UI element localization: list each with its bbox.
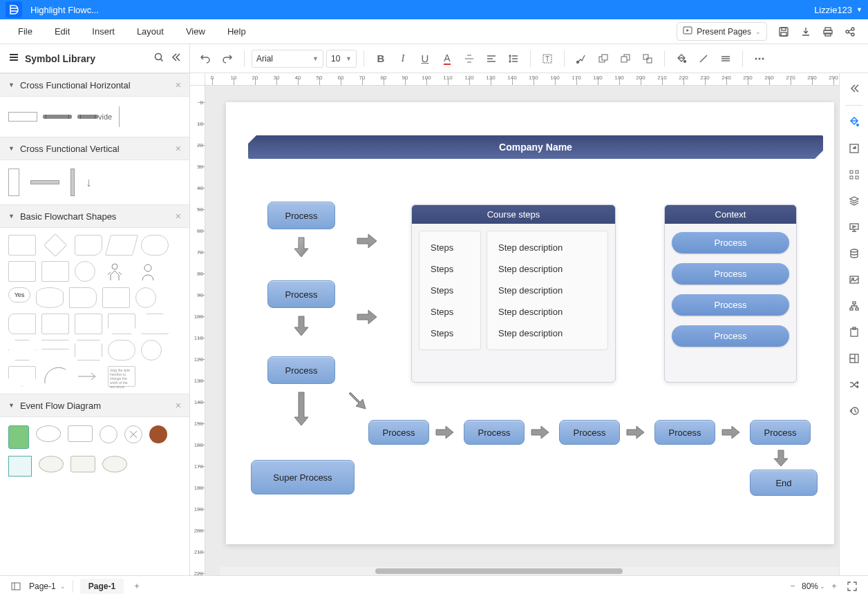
shape-thumb[interactable] — [8, 235, 36, 256]
shape-thumb[interactable] — [41, 340, 69, 349]
save-button[interactable] — [774, 22, 793, 41]
shuffle-button[interactable] — [843, 374, 865, 396]
canvas[interactable]: Company Name Process Process Process Sup… — [205, 86, 839, 575]
user-menu-caret[interactable]: ▼ — [856, 6, 862, 13]
presentation-button[interactable] — [843, 216, 865, 238]
context-item[interactable]: Process — [672, 294, 789, 316]
shape-thumb[interactable] — [41, 314, 69, 334]
shape-thumb[interactable] — [69, 287, 97, 308]
shape-thumb[interactable] — [70, 456, 95, 472]
menu-insert[interactable]: Insert — [81, 26, 126, 37]
shape-arrow-icon[interactable] — [75, 366, 102, 387]
shape-thumb[interactable] — [36, 425, 61, 442]
menu-file[interactable]: File — [7, 26, 44, 37]
more-button[interactable] — [750, 49, 769, 68]
process-node[interactable]: Process — [267, 280, 335, 308]
shape-thumb[interactable] — [8, 425, 29, 449]
page-tab[interactable]: Page-1 — [80, 579, 124, 594]
shape-thumb[interactable]: ↓ — [86, 175, 92, 190]
bring-front-button[interactable] — [594, 49, 613, 68]
zoom-in-button[interactable]: ＋ — [825, 577, 843, 595]
image-button[interactable] — [843, 269, 865, 291]
redo-button[interactable] — [218, 49, 237, 68]
shape-thumb[interactable] — [8, 340, 36, 361]
line-spacing-button[interactable] — [504, 49, 523, 68]
shape-arc-icon[interactable] — [41, 366, 69, 387]
shape-thumb[interactable] — [44, 233, 67, 257]
process-node[interactable]: Process — [750, 420, 811, 445]
page-select[interactable]: Page-1 — [29, 581, 56, 591]
library-search-button[interactable] — [153, 52, 164, 65]
shape-thumb[interactable] — [108, 314, 135, 334]
shape-thumb[interactable] — [75, 340, 102, 361]
shape-thumb[interactable] — [41, 261, 69, 282]
data-button[interactable] — [843, 242, 865, 265]
end-node[interactable]: End — [750, 470, 818, 496]
user-name[interactable]: Lizzie123 — [814, 5, 852, 15]
group-button[interactable] — [638, 49, 657, 68]
library-collapse-button[interactable] — [170, 52, 181, 65]
line-style-button[interactable] — [716, 49, 735, 68]
shape-thumb[interactable]: vide — [77, 113, 112, 121]
section-cross-functional-vertical[interactable]: ▼ Cross Functional Vertical × — [0, 137, 189, 160]
shape-thumb[interactable] — [119, 106, 120, 127]
shape-thumb[interactable] — [75, 261, 95, 282]
undo-button[interactable] — [196, 49, 215, 68]
shape-annotation[interactable]: drag the side handles to change the widt… — [108, 366, 135, 387]
process-node[interactable]: Process — [368, 420, 429, 445]
process-node[interactable]: Process — [559, 420, 620, 445]
italic-button[interactable]: I — [393, 49, 413, 68]
shape-thumb[interactable] — [8, 261, 36, 282]
company-banner[interactable]: Company Name — [248, 135, 823, 159]
shape-thumb[interactable] — [141, 235, 169, 256]
underline-button[interactable]: U — [415, 49, 435, 68]
page-layout-button[interactable] — [7, 577, 25, 595]
layers-button[interactable] — [843, 190, 865, 212]
context-item[interactable]: Process — [672, 263, 789, 285]
shape-thumb[interactable] — [36, 287, 64, 308]
shape-thumb[interactable] — [105, 235, 138, 256]
section-event-flow-diagram[interactable]: ▼ Event Flow Diagram × — [0, 394, 189, 417]
shape-person-icon[interactable] — [101, 261, 129, 282]
share-button[interactable] — [840, 22, 860, 41]
shape-thumb[interactable] — [135, 287, 156, 308]
page-list-button[interactable] — [843, 347, 865, 369]
present-pages-button[interactable]: Present Pages ⌄ — [677, 22, 767, 41]
process-node[interactable]: Process — [267, 202, 335, 229]
shape-thumb[interactable] — [30, 180, 59, 184]
vertical-ruler[interactable]: 0102030405060708090100110120130140150160… — [190, 73, 205, 575]
fill-button[interactable] — [672, 49, 691, 68]
horizontal-scrollbar[interactable] — [220, 567, 839, 575]
shape-thumb[interactable] — [70, 169, 75, 196]
menu-view[interactable]: View — [175, 26, 216, 37]
text-box-button[interactable]: T — [538, 49, 557, 68]
context-item[interactable]: Process — [672, 232, 789, 253]
close-icon[interactable]: × — [176, 400, 181, 411]
shape-thumb[interactable] — [102, 287, 130, 308]
clipboard-button[interactable] — [843, 321, 865, 343]
panel-expand-button[interactable] — [843, 77, 865, 99]
document-title[interactable]: Highlight Flowc... — [30, 5, 99, 15]
shape-user-icon[interactable] — [134, 261, 162, 282]
shape-thumb[interactable] — [100, 425, 117, 443]
page[interactable]: Company Name Process Process Process Sup… — [226, 102, 834, 544]
process-node[interactable]: Process — [464, 420, 525, 445]
download-button[interactable] — [796, 22, 815, 41]
vertical-align-button[interactable] — [460, 49, 479, 68]
shape-thumb[interactable] — [141, 340, 162, 361]
shape-thumb[interactable] — [149, 425, 167, 443]
print-button[interactable] — [818, 22, 838, 41]
course-steps-panel[interactable]: Course steps Steps Steps Steps Steps Ste… — [411, 204, 616, 383]
structure-button[interactable] — [843, 295, 865, 317]
shape-thumb[interactable] — [75, 314, 102, 334]
shape-thumb[interactable] — [8, 366, 36, 387]
close-icon[interactable]: × — [176, 211, 181, 222]
fullscreen-button[interactable] — [843, 577, 861, 595]
close-icon[interactable]: × — [176, 143, 181, 154]
close-icon[interactable]: × — [176, 79, 181, 90]
shape-thumb[interactable] — [68, 425, 93, 442]
font-color-button[interactable]: A — [437, 49, 457, 68]
context-item[interactable]: Process — [672, 325, 789, 347]
section-cross-functional-horizontal[interactable]: ▼ Cross Functional Horizontal × — [0, 73, 189, 97]
shape-thumb[interactable] — [8, 456, 32, 477]
